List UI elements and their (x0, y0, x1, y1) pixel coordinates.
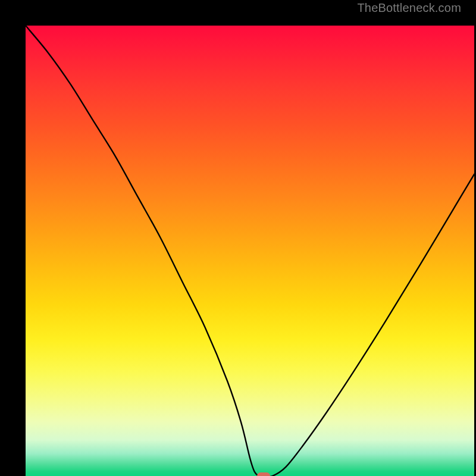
optimum-marker (257, 472, 270, 476)
plot-area (26, 26, 474, 476)
bottleneck-curve (26, 26, 474, 476)
watermark-text: TheBottleneck.com (357, 1, 461, 15)
chart-frame (12, 12, 464, 464)
